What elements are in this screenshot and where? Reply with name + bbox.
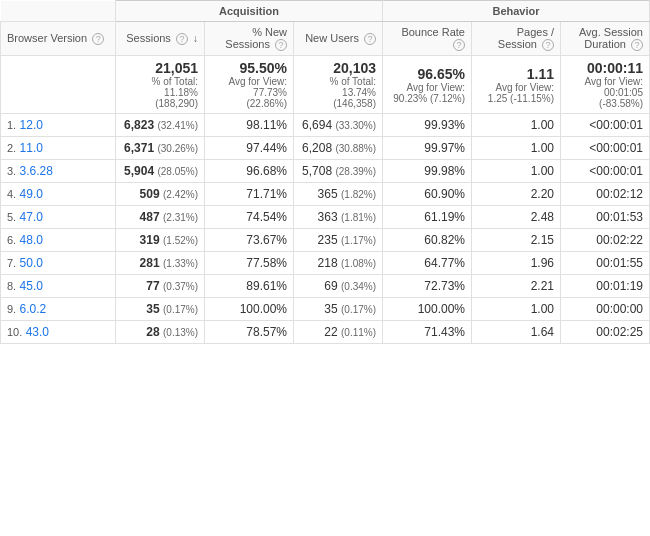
row-avg-session: <00:00:01	[561, 137, 650, 160]
browser-link[interactable]: 50.0	[20, 256, 43, 270]
browser-link[interactable]: 3.6.28	[20, 164, 53, 178]
row-number: 1.	[7, 119, 16, 131]
row-pages: 1.00	[472, 114, 561, 137]
row-sessions: 509 (2.42%)	[116, 183, 205, 206]
row-pages: 1.00	[472, 137, 561, 160]
row-new-users: 69 (0.34%)	[294, 275, 383, 298]
row-avg-session: 00:02:22	[561, 229, 650, 252]
sessions-value: 6,371	[124, 141, 154, 155]
browser-link[interactable]: 49.0	[20, 187, 43, 201]
avg-session-value: <00:00:01	[589, 118, 643, 132]
sessions-pct: (0.37%)	[163, 281, 198, 292]
browser-link[interactable]: 45.0	[20, 279, 43, 293]
row-pages: 1.96	[472, 252, 561, 275]
row-bounce: 64.77%	[383, 252, 472, 275]
sessions-value: 5,904	[124, 164, 154, 178]
new-users-help-icon[interactable]: ?	[364, 33, 376, 45]
pages-help-icon[interactable]: ?	[542, 39, 554, 51]
new-sessions-value: 96.68%	[246, 164, 287, 178]
bounce-value: 61.19%	[424, 210, 465, 224]
browser-version-help-icon[interactable]: ?	[92, 33, 104, 45]
browser-link[interactable]: 6.0.2	[20, 302, 47, 316]
new-users-value: 22	[324, 325, 337, 339]
new-sessions-value: 77.58%	[246, 256, 287, 270]
sessions-pct: (1.33%)	[163, 258, 198, 269]
row-avg-session: <00:00:01	[561, 114, 650, 137]
acquisition-group-header: Acquisition	[116, 1, 383, 22]
new-users-pct: (30.88%)	[335, 143, 376, 154]
table-row: 8. 45.0 77 (0.37%) 89.61% 69 (0.34%) 72.…	[1, 275, 650, 298]
avg-session-help-icon[interactable]: ?	[631, 39, 643, 51]
row-new-sessions: 71.71%	[205, 183, 294, 206]
row-avg-session: 00:01:53	[561, 206, 650, 229]
new-sessions-header: % New Sessions ?	[205, 22, 294, 56]
sessions-value: 77	[146, 279, 159, 293]
row-bounce: 60.90%	[383, 183, 472, 206]
browser-link[interactable]: 47.0	[20, 210, 43, 224]
sessions-value: 6,823	[124, 118, 154, 132]
row-avg-session: 00:01:55	[561, 252, 650, 275]
row-avg-session: <00:00:01	[561, 160, 650, 183]
row-new-sessions: 100.00%	[205, 298, 294, 321]
new-sessions-value: 78.57%	[246, 325, 287, 339]
acquisition-label: Acquisition	[219, 5, 279, 17]
table-row: 3. 3.6.28 5,904 (28.05%) 96.68% 5,708 (2…	[1, 160, 650, 183]
behavior-label: Behavior	[492, 5, 539, 17]
new-sessions-value: 89.61%	[246, 279, 287, 293]
new-users-pct: (28.39%)	[335, 166, 376, 177]
bounce-rate-header: Bounce Rate ?	[383, 22, 472, 56]
row-sessions: 319 (1.52%)	[116, 229, 205, 252]
sessions-pct: (0.13%)	[163, 327, 198, 338]
row-number: 4.	[7, 188, 16, 200]
pages-session-header: Pages / Session ?	[472, 22, 561, 56]
browser-link[interactable]: 12.0	[20, 118, 43, 132]
table-row: 6. 48.0 319 (1.52%) 73.67% 235 (1.17%) 6…	[1, 229, 650, 252]
row-new-users: 235 (1.17%)	[294, 229, 383, 252]
row-browser-cell: 6. 48.0	[1, 229, 116, 252]
avg-session-value: 00:02:22	[596, 233, 643, 247]
row-bounce: 71.43%	[383, 321, 472, 344]
sessions-sort-icon[interactable]: ↓	[193, 33, 198, 44]
sessions-pct: (2.42%)	[163, 189, 198, 200]
bounce-value: 99.93%	[424, 118, 465, 132]
row-new-users: 218 (1.08%)	[294, 252, 383, 275]
bounce-value: 99.98%	[424, 164, 465, 178]
row-new-sessions: 77.58%	[205, 252, 294, 275]
avg-session-value: 00:02:12	[596, 187, 643, 201]
browser-link[interactable]: 11.0	[20, 141, 43, 155]
row-new-users: 363 (1.81%)	[294, 206, 383, 229]
bounce-help-icon[interactable]: ?	[453, 39, 465, 51]
bounce-value: 60.90%	[424, 187, 465, 201]
avg-session-value: 00:01:19	[596, 279, 643, 293]
browser-link[interactable]: 43.0	[26, 325, 49, 339]
new-users-value: 365	[318, 187, 338, 201]
row-new-users: 35 (0.17%)	[294, 298, 383, 321]
row-sessions: 77 (0.37%)	[116, 275, 205, 298]
row-bounce: 99.98%	[383, 160, 472, 183]
avg-session-value: <00:00:01	[589, 141, 643, 155]
row-sessions: 5,904 (28.05%)	[116, 160, 205, 183]
row-new-users: 6,694 (33.30%)	[294, 114, 383, 137]
table-row: 7. 50.0 281 (1.33%) 77.58% 218 (1.08%) 6…	[1, 252, 650, 275]
row-new-sessions: 78.57%	[205, 321, 294, 344]
totals-pages: 1.11 Avg for View: 1.25 (-11.15%)	[472, 56, 561, 114]
new-users-pct: (0.11%)	[341, 327, 376, 338]
new-users-value: 363	[318, 210, 338, 224]
new-users-pct: (0.34%)	[341, 281, 376, 292]
new-users-pct: (1.17%)	[341, 235, 376, 246]
row-bounce: 61.19%	[383, 206, 472, 229]
new-sessions-help-icon[interactable]: ?	[275, 39, 287, 51]
row-sessions: 35 (0.17%)	[116, 298, 205, 321]
row-sessions: 487 (2.31%)	[116, 206, 205, 229]
avg-session-header: Avg. Session Duration ?	[561, 22, 650, 56]
row-new-sessions: 98.11%	[205, 114, 294, 137]
browser-link[interactable]: 48.0	[20, 233, 43, 247]
row-browser-cell: 1. 12.0	[1, 114, 116, 137]
sessions-help-icon[interactable]: ?	[176, 33, 188, 45]
pages-value: 2.20	[531, 187, 554, 201]
browser-version-header: Browser Version ?	[1, 22, 116, 56]
new-users-value: 69	[324, 279, 337, 293]
new-users-pct: (33.30%)	[335, 120, 376, 131]
sessions-header: Sessions ? ↓	[116, 22, 205, 56]
row-new-sessions: 96.68%	[205, 160, 294, 183]
